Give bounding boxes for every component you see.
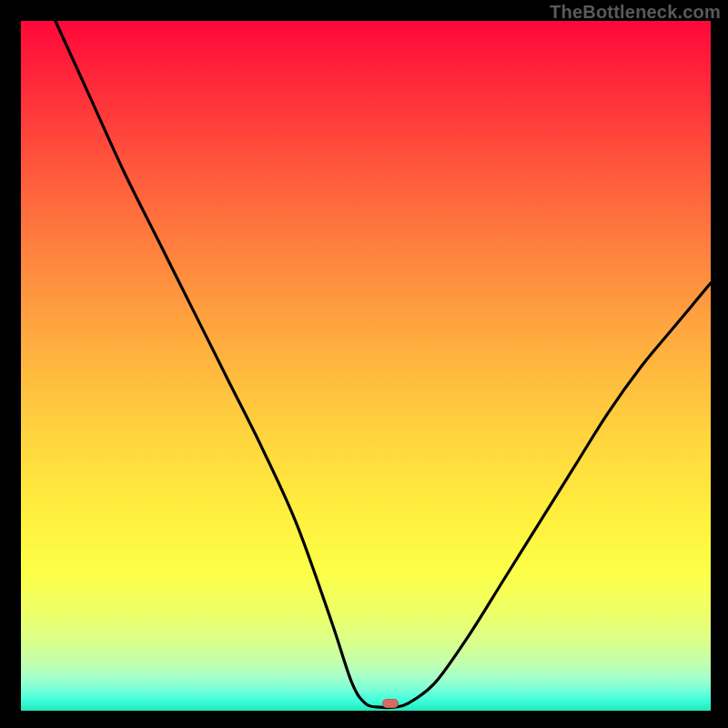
chart-stage: TheBottleneck.com (0, 0, 728, 728)
optimal-point-marker (382, 699, 399, 708)
watermark-text: TheBottleneck.com (550, 2, 721, 23)
bottleneck-curve (21, 21, 711, 711)
plot-area (21, 21, 711, 711)
